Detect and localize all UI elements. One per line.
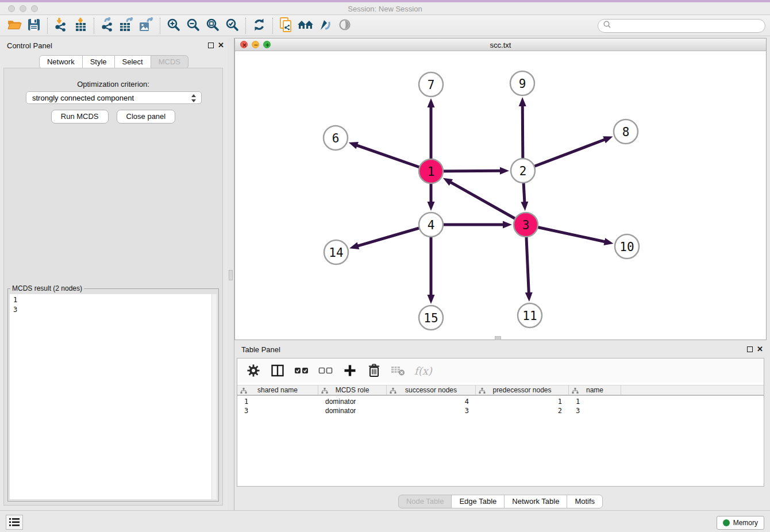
criterion-dropdown[interactable]: strongly connected component <box>26 91 202 104</box>
cell-shared-name[interactable]: 3 <box>237 406 318 415</box>
cell-name[interactable]: 1 <box>569 397 621 406</box>
network-window-title: scc.txt <box>235 41 766 49</box>
search-input[interactable] <box>614 22 758 30</box>
columns-button[interactable] <box>270 363 286 379</box>
export-image-icon <box>138 17 155 34</box>
column-header-MCDS-role[interactable]: MCDS role <box>318 385 387 395</box>
task-history-button[interactable] <box>6 515 23 530</box>
export-network-button[interactable] <box>98 17 117 34</box>
memory-status-icon <box>723 519 730 526</box>
graph-node-4[interactable]: 4 <box>419 213 443 237</box>
edge-2-8[interactable] <box>523 139 605 171</box>
node-label-14: 14 <box>329 246 343 260</box>
graph-node-3[interactable]: 3 <box>514 213 538 237</box>
close-panel-button[interactable]: Close panel <box>117 110 176 124</box>
tab-edge-table[interactable]: Edge Table <box>451 495 505 508</box>
graph-node-6[interactable]: 6 <box>324 126 348 150</box>
column-header-name[interactable]: name <box>569 385 621 395</box>
refresh-button[interactable] <box>249 17 269 34</box>
import-table-button[interactable] <box>71 17 90 34</box>
graph-node-14[interactable]: 14 <box>324 240 348 264</box>
list-icon <box>9 517 20 527</box>
float-table-panel-icon[interactable] <box>747 346 753 352</box>
eye-button[interactable] <box>335 17 355 34</box>
tab-select[interactable]: Select <box>114 55 151 69</box>
zoom-in-button[interactable] <box>164 17 183 34</box>
delete-column-button[interactable] <box>366 363 382 379</box>
unselect-all-columns-button[interactable] <box>318 363 334 379</box>
export-image-button[interactable] <box>137 17 156 34</box>
manage-networks-button[interactable] <box>276 17 296 34</box>
zoom-fit-button[interactable] <box>203 17 222 34</box>
toolbar-separator <box>94 18 94 34</box>
tab-motifs[interactable]: Motifs <box>567 495 603 508</box>
tab-network[interactable]: Network <box>39 55 83 69</box>
graph-node-15[interactable]: 15 <box>419 306 443 330</box>
home-button[interactable] <box>296 17 315 34</box>
network-canvas-svg: 7968124314101511 <box>235 51 766 340</box>
application-window: Session: New Session <box>0 0 770 532</box>
open-session-button[interactable] <box>5 17 24 34</box>
column-header-predecessor-nodes[interactable]: predecessor nodes <box>476 385 569 395</box>
node-label-2: 2 <box>519 164 527 178</box>
mcds-result-box[interactable]: 1 3 <box>10 294 217 499</box>
tab-style[interactable]: Style <box>82 55 115 69</box>
float-panel-icon[interactable] <box>208 43 214 48</box>
cell-MCDS-role[interactable]: dominator <box>318 397 387 406</box>
node-label-11: 11 <box>522 309 537 323</box>
graph-node-8[interactable]: 8 <box>614 119 638 144</box>
cell-predecessor-nodes[interactable]: 2 <box>476 406 569 415</box>
zoom-out-button[interactable] <box>183 17 203 34</box>
toolbar-separator <box>272 18 273 34</box>
tab-mcds[interactable]: MCDS <box>151 55 188 69</box>
export-table-button[interactable] <box>117 17 137 34</box>
network-canvas[interactable]: 7968124314101511 <box>235 51 766 340</box>
graph-node-2[interactable]: 2 <box>511 159 535 183</box>
memory-button[interactable]: Memory <box>717 516 764 530</box>
run-mcds-button[interactable]: Run MCDS <box>51 110 109 124</box>
graph-node-7[interactable]: 7 <box>419 72 443 97</box>
import-table-icon <box>73 17 88 34</box>
graph-node-9[interactable]: 9 <box>510 71 534 95</box>
graph-node-1[interactable]: 1 <box>419 159 443 183</box>
cell-successor-nodes[interactable]: 3 <box>387 406 476 415</box>
cell-predecessor-nodes[interactable]: 1 <box>476 397 569 406</box>
cell-MCDS-role[interactable]: dominator <box>318 406 387 415</box>
delete-table-button[interactable] <box>390 363 406 379</box>
save-session-button[interactable] <box>24 17 44 34</box>
canvas-resize-grip[interactable] <box>495 336 501 340</box>
network-window-titlebar[interactable]: scc.txt <box>235 38 766 51</box>
cell-shared-name[interactable]: 1 <box>237 397 318 406</box>
import-network-button[interactable] <box>51 17 71 34</box>
panel-splitter[interactable] <box>228 38 234 510</box>
column-header-shared-name[interactable]: shared name <box>237 385 318 395</box>
result-scrollbar[interactable] <box>211 294 217 499</box>
select-all-columns-button[interactable] <box>294 363 310 379</box>
zoom-selected-button[interactable] <box>222 17 242 34</box>
table-row[interactable]: 1dominator411 <box>237 397 764 406</box>
function-builder-button[interactable]: f(x) <box>414 365 432 377</box>
window-title: Session: New Session <box>0 5 770 13</box>
zoom-fit-icon <box>206 18 220 34</box>
table-row[interactable]: 3dominator323 <box>237 406 764 415</box>
node-label-10: 10 <box>619 240 634 254</box>
splitter-grip[interactable] <box>229 270 233 280</box>
add-column-button[interactable] <box>342 363 358 379</box>
cell-successor-nodes[interactable]: 4 <box>387 397 476 406</box>
graph-node-11[interactable]: 11 <box>518 303 542 327</box>
graph-node-10[interactable]: 10 <box>615 234 639 259</box>
node-label-1: 1 <box>428 165 435 179</box>
close-table-panel-icon[interactable]: ✕ <box>757 345 763 353</box>
edge-arrow-2-9 <box>519 97 526 106</box>
tab-node-table[interactable]: Node Table <box>398 495 452 508</box>
close-panel-icon[interactable]: ✕ <box>218 41 224 49</box>
column-header-successor-nodes[interactable]: successor nodes <box>387 385 476 395</box>
edge-3-1[interactable] <box>450 182 526 225</box>
edge-arrow-4-14 <box>349 242 359 249</box>
style-brush-button[interactable] <box>315 17 335 34</box>
search-field[interactable] <box>598 19 765 33</box>
gear-button[interactable] <box>245 363 261 379</box>
tab-network-table[interactable]: Network Table <box>504 495 567 508</box>
main-titlebar: Session: New Session <box>0 2 770 15</box>
cell-name[interactable]: 3 <box>569 406 621 415</box>
